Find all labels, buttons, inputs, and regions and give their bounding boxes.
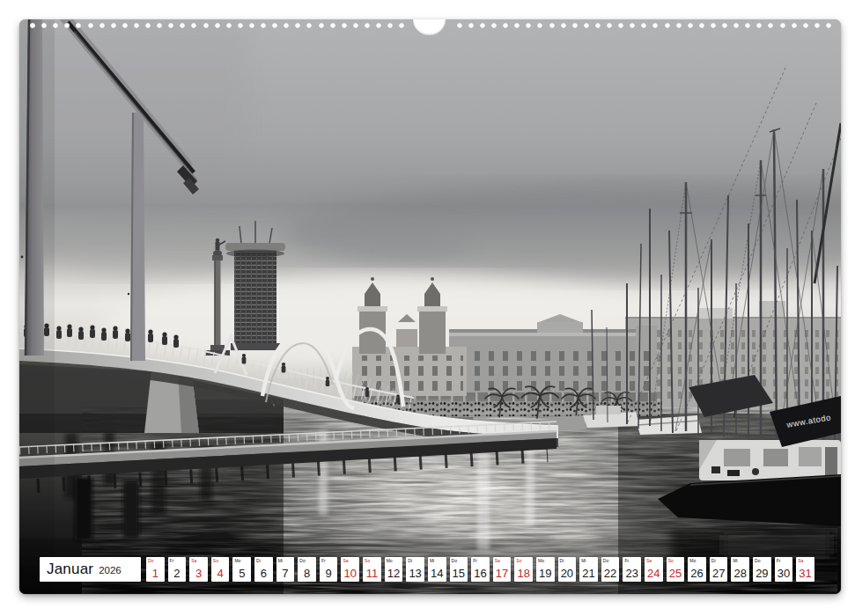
day-number: 13 <box>409 568 421 579</box>
binding-hole <box>122 23 128 28</box>
binding-hole <box>261 23 266 28</box>
weekday-label: Mi <box>278 559 283 563</box>
day-number: 31 <box>799 568 811 579</box>
calendar-day-cell: Mo12 <box>385 557 403 582</box>
day-number: 2 <box>173 568 180 579</box>
day-number: 22 <box>604 568 616 579</box>
binding-hole <box>584 23 589 28</box>
calendar-day-cell: Fr16 <box>471 557 490 582</box>
binding-hole <box>814 23 820 28</box>
weekday-label: Mo <box>689 559 696 563</box>
calendar-day-cell: Fr30 <box>775 557 793 582</box>
binding-hole <box>803 23 808 28</box>
day-number: 14 <box>431 568 443 579</box>
binding-hole <box>792 23 797 28</box>
day-number: 7 <box>282 568 288 579</box>
calendar-day-cell: So25 <box>667 557 685 582</box>
weekday-label: Do <box>148 559 153 563</box>
calendar-day-cell: Fr2 <box>168 557 187 582</box>
calendar-day-cell: Mo19 <box>536 557 555 582</box>
day-number: 11 <box>366 568 379 579</box>
day-number: 1 <box>152 568 158 579</box>
weekday-label: Sa <box>646 559 652 563</box>
calendar-day-cell: Fr23 <box>623 557 641 582</box>
day-number: 20 <box>561 568 573 579</box>
weekday-label: Di <box>560 559 564 563</box>
day-cells: Do1Fr2Sa3So4Mo5Di6Mi7Do8Fr9Sa10So11Mo12D… <box>146 557 814 582</box>
binding-hole <box>88 23 93 28</box>
day-number: 18 <box>517 568 529 579</box>
day-number: 3 <box>195 568 202 579</box>
binding-hole <box>699 23 704 28</box>
weekday-label: Fr <box>624 559 629 563</box>
weekday-label: Fr <box>777 559 781 563</box>
weekday-label: Do <box>755 559 760 563</box>
binding-hole <box>203 23 209 28</box>
weekday-label: Mo <box>234 559 240 563</box>
weekday-label: So <box>516 559 521 563</box>
calendar-day-cell: Fr9 <box>320 557 338 582</box>
binding-hole <box>226 23 232 28</box>
weekday-label: Fr <box>170 559 174 563</box>
calendar-day-cell: So11 <box>363 557 381 582</box>
calendar-sheet: www.atodo Januar 2026 Do1Fr2Sa3So4Mo5Di6… <box>19 19 841 594</box>
binding-hole <box>330 23 335 28</box>
calendar-day-cell: Mi7 <box>276 557 295 582</box>
weekday-label: Di <box>711 559 716 563</box>
weekday-label: Di <box>256 559 261 563</box>
binding-hole <box>353 23 358 28</box>
calendar-day-cell: Sa3 <box>189 557 208 582</box>
calendar-day-cell: Mo5 <box>232 557 251 582</box>
day-number: 27 <box>712 568 725 579</box>
day-number: 6 <box>261 568 267 579</box>
calendar-day-cell: Di13 <box>406 557 424 582</box>
day-number: 21 <box>582 568 594 579</box>
weekday-label: Fr <box>321 559 326 563</box>
weekday-label: Do <box>603 559 608 563</box>
binding-hole <box>468 23 474 28</box>
day-number: 15 <box>453 568 465 579</box>
calendar-day-cell: Di20 <box>558 557 577 582</box>
photo-barcelona-port-vell: www.atodo <box>19 19 841 594</box>
calendar-day-cell: Do8 <box>298 557 316 582</box>
day-number: 12 <box>387 568 400 579</box>
day-number: 30 <box>778 568 790 579</box>
calendar-day-cell: Sa17 <box>493 557 512 582</box>
year-label: 2026 <box>99 565 122 576</box>
calendar-day-cell: Di6 <box>254 557 273 582</box>
calendar-preview-canvas: www.atodo Januar 2026 Do1Fr2Sa3So4Mo5Di6… <box>0 0 855 616</box>
binding-hole <box>722 23 727 28</box>
calendar-day-cell: Sa31 <box>796 557 814 582</box>
binding-hole <box>676 23 682 28</box>
day-number: 16 <box>474 568 486 579</box>
binding-hole <box>215 23 220 28</box>
calendar-day-cell: Do22 <box>601 557 620 582</box>
weekday-label: Sa <box>343 559 348 563</box>
calendar-day-cell: Mi21 <box>579 557 598 582</box>
calendar-day-cell: Mi14 <box>428 557 446 582</box>
day-number: 25 <box>669 568 682 579</box>
calendar-day-cell: So4 <box>211 557 230 582</box>
binding-hole <box>607 23 612 28</box>
weekday-label: So <box>365 559 370 563</box>
binding-hole <box>491 23 497 28</box>
weekday-label: Di <box>408 559 412 563</box>
weekday-label: Mi <box>430 559 434 563</box>
binding-hole <box>319 23 324 28</box>
calendar-day-cell: Do29 <box>753 557 771 582</box>
day-number: 23 <box>625 568 638 579</box>
binding-hole <box>365 23 370 28</box>
binding-hole <box>100 23 105 28</box>
binding-hole <box>572 23 578 28</box>
day-number: 9 <box>326 568 332 579</box>
weekday-label: Mo <box>538 559 544 563</box>
weekday-label: Do <box>299 559 305 563</box>
weekday-label: Mo <box>387 559 393 563</box>
binding-hole <box>561 23 566 28</box>
binding-hole <box>238 23 243 28</box>
day-number: 24 <box>647 568 660 579</box>
day-number: 4 <box>217 568 224 579</box>
binding-hole <box>688 23 693 28</box>
bird <box>128 293 129 295</box>
binding-hole <box>376 23 381 28</box>
